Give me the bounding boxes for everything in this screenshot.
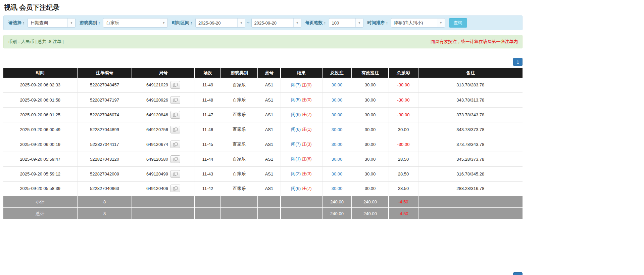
cell-total-bet: 30.00 [322, 152, 352, 166]
total-bet-link[interactable]: 30.00 [332, 157, 343, 162]
cell-bet-no: 522827044899 [77, 122, 132, 137]
cell-result: 闲(7) 庄(3) [281, 137, 322, 152]
cell-time: 2025-09-20 06:01:25 [3, 107, 77, 122]
result-player: 闲(1) [291, 156, 301, 161]
cell-round-no: 649120756 [132, 122, 195, 137]
sort-input[interactable] [391, 18, 437, 27]
cell-table-no: AS1 [258, 137, 281, 152]
cards-icon[interactable] [170, 111, 180, 119]
col-bet-no: 注单编号 [77, 68, 132, 78]
cell-total-bet: 30.00 [322, 137, 352, 152]
total-bet-link[interactable]: 30.00 [332, 142, 343, 147]
cell-note: 316.78/345.28 [418, 166, 523, 181]
cell-round-no: 649120674 [132, 137, 195, 152]
result-player: 闲(7) [291, 82, 301, 87]
caret-down-icon[interactable]: ▼ [293, 18, 301, 27]
cell-total-bet: 30.00 [322, 122, 352, 137]
cell-round-no: 649121029 [132, 78, 195, 92]
result-banker: 庄(0) [302, 97, 312, 102]
cell-result: 闲(1) 庄(6) [281, 152, 322, 166]
cell-result: 闲(6) 庄(7) [281, 181, 322, 196]
date-to-input[interactable] [252, 18, 293, 27]
total-bet-link[interactable]: 30.00 [332, 82, 343, 87]
date-from-select[interactable]: ▼ [195, 18, 245, 28]
cell-table-no: AS1 [258, 152, 281, 166]
total-bet-link[interactable]: 30.00 [332, 112, 343, 117]
total-total-bet: 240.00 [322, 208, 352, 219]
caret-down-icon[interactable]: ▼ [67, 18, 75, 27]
page-size-input[interactable] [329, 18, 355, 27]
cell-session: 11-42 [195, 181, 221, 196]
cards-icon[interactable] [170, 185, 180, 192]
caret-down-icon[interactable]: ▼ [437, 18, 445, 27]
col-total-bet: 总投注 [322, 68, 352, 78]
total-bet-link[interactable]: 30.00 [332, 186, 343, 191]
cards-icon[interactable] [170, 96, 180, 104]
cards-icon[interactable] [170, 81, 180, 89]
cell-round-no: 649120406 [132, 181, 195, 196]
result-banker: 庄(1) [302, 127, 312, 132]
pagination-page-1-bottom[interactable]: 1 [513, 272, 523, 275]
game-type-input[interactable] [103, 18, 160, 27]
cell-payout: 30.00 [389, 122, 418, 137]
cards-icon[interactable] [170, 141, 180, 148]
page-size-select[interactable]: ▼ [329, 18, 363, 28]
cards-icon[interactable] [170, 126, 180, 133]
total-bet-link[interactable]: 30.00 [332, 97, 343, 103]
total-bet-link[interactable]: 30.00 [332, 171, 343, 176]
total-empty [221, 208, 258, 219]
cell-total-bet: 30.00 [322, 92, 352, 107]
total-empty [418, 208, 523, 219]
caret-down-icon[interactable]: ▼ [237, 18, 245, 27]
total-valid-bet: 240.00 [352, 208, 389, 219]
subtotal-empty [195, 196, 221, 208]
cell-note: 343.78/313.78 [418, 92, 523, 107]
cards-icon[interactable] [170, 155, 180, 163]
result-player: 闲(6) [291, 112, 301, 117]
cell-game-type: 百家乐 [221, 122, 258, 137]
cell-result: 闲(7) 庄(0) [281, 78, 322, 92]
date-range-tilde: ~ [247, 21, 250, 26]
table-header-row: 时间 注单编号 局号 场次 游戏类别 桌号 结果 总投注 有效投注 总派彩 备注 [3, 68, 523, 78]
sort-label: 时间排序： [367, 20, 389, 26]
total-bet-link[interactable]: 30.00 [332, 127, 343, 132]
cards-icon[interactable] [170, 170, 180, 178]
cell-round-no: 649120580 [132, 152, 195, 166]
round-no: 649120499 [146, 171, 168, 176]
cell-bet-no: 522827042009 [77, 166, 132, 181]
result-banker: 庄(6) [302, 156, 312, 161]
subtotal-payout: -4.50 [389, 196, 418, 208]
round-no: 649120406 [146, 186, 168, 191]
pagination-page-1[interactable]: 1 [513, 58, 523, 66]
subtotal-total-bet: 240.00 [322, 196, 352, 208]
cell-bet-no: 522827043120 [77, 152, 132, 166]
col-valid-bet: 有效投注 [352, 68, 389, 78]
cell-game-type: 百家乐 [221, 137, 258, 152]
result-player: 闲(6) [291, 127, 301, 132]
date-from-input[interactable] [196, 18, 237, 27]
query-type-select[interactable]: ▼ [28, 18, 76, 28]
col-session: 场次 [195, 68, 221, 78]
caret-down-icon[interactable]: ▼ [160, 18, 167, 27]
cell-valid-bet: 30.00 [352, 152, 389, 166]
cell-bet-no: 522827040963 [77, 181, 132, 196]
cell-game-type: 百家乐 [221, 152, 258, 166]
cell-bet-no: 522827047197 [77, 92, 132, 107]
cell-bet-no: 522827048457 [77, 78, 132, 92]
result-player: 闲(6) [291, 186, 301, 191]
subtotal-empty [418, 196, 523, 208]
query-type-input[interactable] [28, 18, 67, 27]
cell-valid-bet: 30.00 [352, 122, 389, 137]
query-button[interactable]: 查询 [449, 18, 467, 28]
table-row: 2025-09-20 06:00:49522827044899649120756… [3, 122, 523, 137]
cell-time: 2025-09-20 06:00:19 [3, 137, 77, 152]
cell-session: 11-48 [195, 92, 221, 107]
caret-down-icon[interactable]: ▼ [355, 18, 363, 27]
total-empty [132, 208, 195, 219]
date-to-select[interactable]: ▼ [251, 18, 301, 28]
cell-bet-no: 522827046074 [77, 107, 132, 122]
sort-select[interactable]: ▼ [391, 18, 445, 28]
subtotal-valid-bet: 240.00 [352, 196, 389, 208]
col-round-no: 局号 [132, 68, 195, 78]
game-type-select[interactable]: ▼ [103, 18, 168, 28]
